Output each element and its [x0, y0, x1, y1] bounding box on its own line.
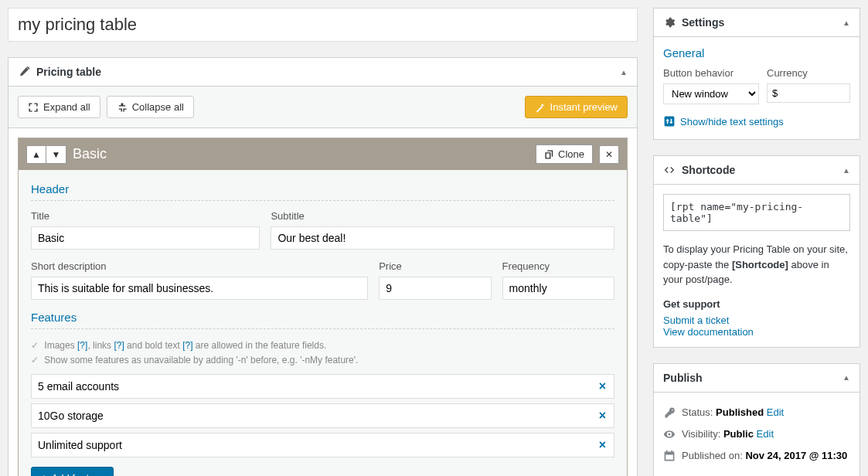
settings-collapse-toggle[interactable]: ▲ [842, 19, 850, 27]
clone-label: Clone [558, 148, 584, 160]
subtitle-label: Subtitle [271, 210, 614, 222]
feature-input[interactable] [32, 434, 591, 457]
publish-title: Publish [663, 372, 703, 384]
frequency-label: Frequency [502, 260, 614, 272]
short-desc-label: Short description [31, 260, 368, 272]
sidebar: Settings ▲ General Button behavior New w… [653, 8, 860, 476]
check-icon: ✓ [31, 355, 39, 366]
check-icon: ✓ [31, 340, 39, 351]
eye-icon [663, 428, 676, 440]
feature-remove-button[interactable]: × [591, 409, 614, 423]
short-desc-input[interactable] [31, 277, 368, 300]
plan-title-input[interactable] [31, 226, 260, 250]
collapse-all-label: Collapse all [132, 101, 184, 113]
feature-remove-button[interactable]: × [591, 438, 614, 452]
collapse-all-button[interactable]: Collapse all [107, 96, 194, 118]
get-support-heading: Get support [663, 298, 850, 310]
general-section-title: General [663, 46, 850, 60]
edit-status-link[interactable]: Edit [767, 406, 784, 418]
separator [31, 200, 614, 201]
shortcode-desc: To display your Pricing Table on your si… [663, 242, 850, 287]
collapse-icon [117, 102, 128, 113]
status-row: Status: Published Edit [663, 402, 850, 423]
main-column: Pricing table ▲ Expand all Collapse all … [8, 8, 638, 476]
published-on-row: Published on: Nov 24, 2017 @ 11:30 [663, 445, 850, 467]
instant-preview-button[interactable]: Instant preview [525, 96, 628, 118]
swap-icon [663, 115, 676, 128]
shortcode-title: Shortcode [682, 164, 735, 176]
plus-icon: + [41, 472, 47, 476]
svg-rect-0 [665, 117, 675, 127]
metabox-header: Pricing table ▲ [9, 58, 637, 87]
settings-title: Settings [682, 16, 724, 29]
feature-item: × [31, 403, 614, 428]
code-icon [663, 164, 676, 176]
plan-subtitle-input[interactable] [271, 226, 614, 250]
title-label: Title [31, 210, 260, 222]
status-value: Published [716, 406, 764, 418]
toolbar: Expand all Collapse all Instant preview [9, 87, 637, 128]
expand-all-button[interactable]: Expand all [18, 96, 100, 118]
show-hide-text-settings-link[interactable]: Show/hide text settings [663, 115, 784, 128]
magic-icon [535, 102, 546, 113]
view-docs-link[interactable]: View documentation [663, 326, 754, 338]
plan-row: ▲ ▼ Basic Clone ✕ Header Title [18, 138, 628, 476]
expand-all-label: Expand all [43, 101, 90, 113]
plan-body: Header Title Subtitle [19, 170, 627, 476]
show-hide-label: Show/hide text settings [680, 116, 784, 128]
price-input[interactable] [379, 277, 491, 300]
plan-header: ▲ ▼ Basic Clone ✕ [19, 138, 627, 170]
metabox-title-text: Pricing table [36, 66, 101, 78]
move-up-button[interactable]: ▲ [26, 145, 46, 164]
images-help-link[interactable]: [?] [77, 340, 87, 351]
shortcode-code[interactable]: [rpt name="my-pricing-table"] [663, 194, 850, 231]
currency-input[interactable] [767, 83, 850, 103]
visibility-value: Public [723, 428, 754, 440]
gear-icon [663, 16, 676, 29]
button-behavior-select[interactable]: New window [663, 83, 759, 104]
separator [31, 328, 614, 329]
feature-input[interactable] [32, 375, 591, 398]
post-title-input[interactable] [8, 8, 638, 42]
header-section-title: Header [31, 182, 614, 196]
button-behavior-label: Button behavior [663, 67, 759, 79]
plan-name: Basic [73, 146, 529, 162]
published-on-value: Nov 24, 2017 @ 11:30 [745, 450, 847, 461]
add-feature-button[interactable]: + Add feature [31, 467, 114, 476]
metabox-title: Pricing table [18, 66, 101, 78]
expand-icon [28, 102, 39, 113]
features-section-title: Features [31, 311, 614, 324]
links-help-link[interactable]: [?] [114, 340, 124, 351]
feature-hints: ✓ Images [?], links [?] and bold text [?… [31, 338, 614, 368]
submit-ticket-link[interactable]: Submit a ticket [663, 314, 729, 326]
shortcode-collapse-toggle[interactable]: ▲ [842, 166, 850, 175]
clone-button[interactable]: Clone [536, 144, 593, 164]
instant-preview-label: Instant preview [550, 101, 618, 113]
feature-item: × [31, 433, 614, 457]
move-down-button[interactable]: ▼ [46, 145, 66, 164]
key-icon [663, 406, 676, 419]
feature-input[interactable] [32, 404, 591, 427]
feature-item: × [31, 374, 614, 399]
metabox-collapse-toggle[interactable]: ▲ [620, 68, 628, 76]
edit-icon [18, 66, 30, 78]
calendar-icon [663, 450, 676, 462]
remove-plan-button[interactable]: ✕ [599, 145, 619, 164]
shortcode-metabox: Shortcode ▲ [rpt name="my-pricing-table"… [653, 155, 860, 348]
price-label: Price [379, 260, 491, 272]
publish-collapse-toggle[interactable]: ▲ [842, 373, 850, 382]
frequency-input[interactable] [502, 277, 614, 300]
feature-remove-button[interactable]: × [591, 379, 614, 393]
publish-metabox: Publish ▲ Status: Published Edit Visibil… [653, 363, 860, 477]
currency-label: Currency [767, 67, 850, 79]
pricing-table-metabox: Pricing table ▲ Expand all Collapse all … [8, 57, 638, 476]
clone-icon [544, 149, 555, 160]
settings-metabox: Settings ▲ General Button behavior New w… [653, 8, 860, 140]
add-feature-label: Add feature [52, 472, 104, 476]
edit-visibility-link[interactable]: Edit [757, 428, 774, 440]
visibility-row: Visibility: Public Edit [663, 423, 850, 445]
bold-help-link[interactable]: [?] [182, 340, 192, 351]
